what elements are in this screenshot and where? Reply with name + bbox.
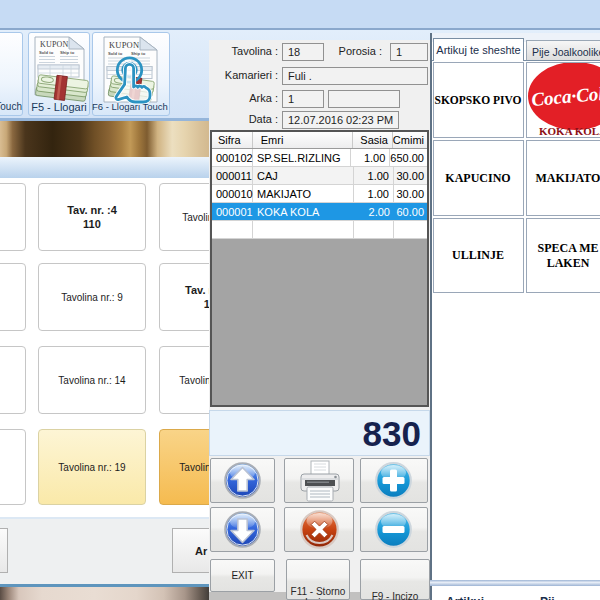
- svg-text:Sold to: Sold to: [108, 51, 123, 56]
- svg-text:KUPON: KUPON: [109, 40, 139, 50]
- svg-text:Ship to: Ship to: [131, 51, 146, 56]
- svg-text:Sold to: Sold to: [39, 50, 54, 55]
- svg-text:KOKA KOLA: KOKA KOLA: [539, 125, 600, 137]
- svg-text:KUPON: KUPON: [40, 40, 69, 49]
- svg-text:Ship to: Ship to: [60, 50, 75, 55]
